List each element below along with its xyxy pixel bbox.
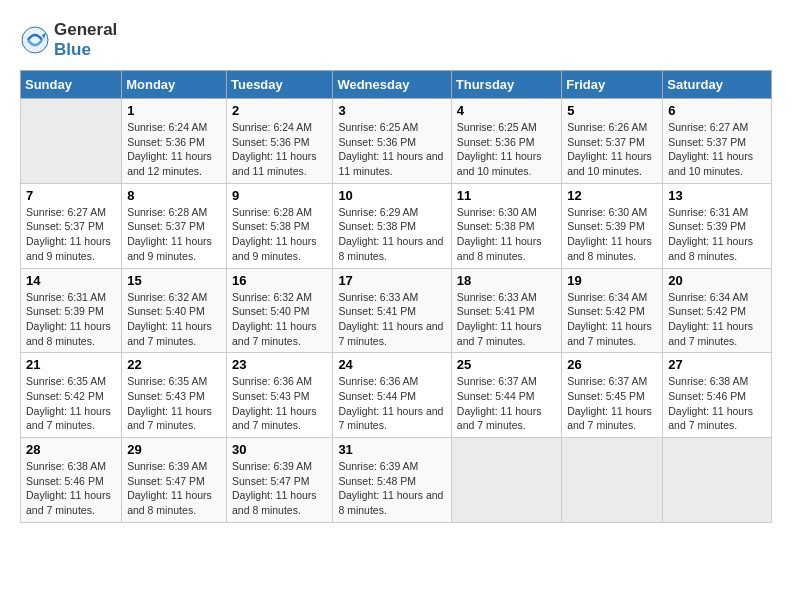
day-info: Sunrise: 6:38 AMSunset: 5:46 PMDaylight:… (668, 374, 766, 433)
page-header: General Blue (20, 20, 772, 60)
day-number: 12 (567, 188, 657, 203)
day-info: Sunrise: 6:31 AMSunset: 5:39 PMDaylight:… (26, 290, 116, 349)
calendar-week-row: 28Sunrise: 6:38 AMSunset: 5:46 PMDayligh… (21, 438, 772, 523)
day-number: 15 (127, 273, 221, 288)
calendar-cell: 16Sunrise: 6:32 AMSunset: 5:40 PMDayligh… (226, 268, 332, 353)
calendar-cell: 19Sunrise: 6:34 AMSunset: 5:42 PMDayligh… (562, 268, 663, 353)
day-number: 26 (567, 357, 657, 372)
calendar-cell: 26Sunrise: 6:37 AMSunset: 5:45 PMDayligh… (562, 353, 663, 438)
day-info: Sunrise: 6:36 AMSunset: 5:43 PMDaylight:… (232, 374, 327, 433)
calendar-cell: 1Sunrise: 6:24 AMSunset: 5:36 PMDaylight… (122, 99, 227, 184)
header-saturday: Saturday (663, 71, 772, 99)
day-info: Sunrise: 6:30 AMSunset: 5:39 PMDaylight:… (567, 205, 657, 264)
day-number: 21 (26, 357, 116, 372)
calendar-cell: 10Sunrise: 6:29 AMSunset: 5:38 PMDayligh… (333, 183, 451, 268)
day-info: Sunrise: 6:39 AMSunset: 5:47 PMDaylight:… (232, 459, 327, 518)
logo: General Blue (20, 20, 117, 60)
calendar-week-row: 1Sunrise: 6:24 AMSunset: 5:36 PMDaylight… (21, 99, 772, 184)
day-number: 3 (338, 103, 445, 118)
header-monday: Monday (122, 71, 227, 99)
day-info: Sunrise: 6:27 AMSunset: 5:37 PMDaylight:… (26, 205, 116, 264)
header-friday: Friday (562, 71, 663, 99)
day-info: Sunrise: 6:28 AMSunset: 5:37 PMDaylight:… (127, 205, 221, 264)
calendar-cell (663, 438, 772, 523)
day-number: 22 (127, 357, 221, 372)
calendar-cell: 24Sunrise: 6:36 AMSunset: 5:44 PMDayligh… (333, 353, 451, 438)
calendar-cell: 17Sunrise: 6:33 AMSunset: 5:41 PMDayligh… (333, 268, 451, 353)
day-number: 8 (127, 188, 221, 203)
calendar-cell (21, 99, 122, 184)
day-info: Sunrise: 6:33 AMSunset: 5:41 PMDaylight:… (457, 290, 556, 349)
day-info: Sunrise: 6:32 AMSunset: 5:40 PMDaylight:… (127, 290, 221, 349)
calendar-header-row: SundayMondayTuesdayWednesdayThursdayFrid… (21, 71, 772, 99)
calendar-cell: 22Sunrise: 6:35 AMSunset: 5:43 PMDayligh… (122, 353, 227, 438)
calendar-cell: 9Sunrise: 6:28 AMSunset: 5:38 PMDaylight… (226, 183, 332, 268)
calendar-cell: 30Sunrise: 6:39 AMSunset: 5:47 PMDayligh… (226, 438, 332, 523)
calendar-cell: 7Sunrise: 6:27 AMSunset: 5:37 PMDaylight… (21, 183, 122, 268)
day-number: 2 (232, 103, 327, 118)
calendar-week-row: 21Sunrise: 6:35 AMSunset: 5:42 PMDayligh… (21, 353, 772, 438)
day-info: Sunrise: 6:33 AMSunset: 5:41 PMDaylight:… (338, 290, 445, 349)
day-number: 4 (457, 103, 556, 118)
calendar-cell: 4Sunrise: 6:25 AMSunset: 5:36 PMDaylight… (451, 99, 561, 184)
calendar-week-row: 14Sunrise: 6:31 AMSunset: 5:39 PMDayligh… (21, 268, 772, 353)
calendar-cell: 5Sunrise: 6:26 AMSunset: 5:37 PMDaylight… (562, 99, 663, 184)
calendar-cell: 12Sunrise: 6:30 AMSunset: 5:39 PMDayligh… (562, 183, 663, 268)
day-number: 10 (338, 188, 445, 203)
header-thursday: Thursday (451, 71, 561, 99)
calendar-cell: 27Sunrise: 6:38 AMSunset: 5:46 PMDayligh… (663, 353, 772, 438)
header-tuesday: Tuesday (226, 71, 332, 99)
day-info: Sunrise: 6:29 AMSunset: 5:38 PMDaylight:… (338, 205, 445, 264)
day-number: 16 (232, 273, 327, 288)
day-number: 18 (457, 273, 556, 288)
calendar-cell: 3Sunrise: 6:25 AMSunset: 5:36 PMDaylight… (333, 99, 451, 184)
calendar-table: SundayMondayTuesdayWednesdayThursdayFrid… (20, 70, 772, 523)
calendar-cell (562, 438, 663, 523)
day-info: Sunrise: 6:31 AMSunset: 5:39 PMDaylight:… (668, 205, 766, 264)
svg-point-0 (22, 27, 48, 53)
calendar-week-row: 7Sunrise: 6:27 AMSunset: 5:37 PMDaylight… (21, 183, 772, 268)
day-number: 30 (232, 442, 327, 457)
day-info: Sunrise: 6:37 AMSunset: 5:45 PMDaylight:… (567, 374, 657, 433)
header-sunday: Sunday (21, 71, 122, 99)
day-info: Sunrise: 6:36 AMSunset: 5:44 PMDaylight:… (338, 374, 445, 433)
day-number: 24 (338, 357, 445, 372)
day-number: 14 (26, 273, 116, 288)
day-info: Sunrise: 6:26 AMSunset: 5:37 PMDaylight:… (567, 120, 657, 179)
day-number: 5 (567, 103, 657, 118)
day-info: Sunrise: 6:24 AMSunset: 5:36 PMDaylight:… (127, 120, 221, 179)
calendar-cell: 6Sunrise: 6:27 AMSunset: 5:37 PMDaylight… (663, 99, 772, 184)
day-number: 31 (338, 442, 445, 457)
calendar-cell: 18Sunrise: 6:33 AMSunset: 5:41 PMDayligh… (451, 268, 561, 353)
calendar-cell: 20Sunrise: 6:34 AMSunset: 5:42 PMDayligh… (663, 268, 772, 353)
calendar-cell: 15Sunrise: 6:32 AMSunset: 5:40 PMDayligh… (122, 268, 227, 353)
day-number: 25 (457, 357, 556, 372)
logo-general-text: General (54, 20, 117, 40)
logo-icon (20, 25, 50, 55)
day-info: Sunrise: 6:39 AMSunset: 5:48 PMDaylight:… (338, 459, 445, 518)
day-number: 13 (668, 188, 766, 203)
calendar-cell: 25Sunrise: 6:37 AMSunset: 5:44 PMDayligh… (451, 353, 561, 438)
day-info: Sunrise: 6:27 AMSunset: 5:37 PMDaylight:… (668, 120, 766, 179)
day-info: Sunrise: 6:32 AMSunset: 5:40 PMDaylight:… (232, 290, 327, 349)
header-wednesday: Wednesday (333, 71, 451, 99)
day-info: Sunrise: 6:39 AMSunset: 5:47 PMDaylight:… (127, 459, 221, 518)
day-number: 6 (668, 103, 766, 118)
day-info: Sunrise: 6:35 AMSunset: 5:43 PMDaylight:… (127, 374, 221, 433)
day-info: Sunrise: 6:30 AMSunset: 5:38 PMDaylight:… (457, 205, 556, 264)
day-info: Sunrise: 6:34 AMSunset: 5:42 PMDaylight:… (567, 290, 657, 349)
calendar-cell: 13Sunrise: 6:31 AMSunset: 5:39 PMDayligh… (663, 183, 772, 268)
calendar-cell: 14Sunrise: 6:31 AMSunset: 5:39 PMDayligh… (21, 268, 122, 353)
calendar-cell: 21Sunrise: 6:35 AMSunset: 5:42 PMDayligh… (21, 353, 122, 438)
calendar-cell: 28Sunrise: 6:38 AMSunset: 5:46 PMDayligh… (21, 438, 122, 523)
day-number: 27 (668, 357, 766, 372)
calendar-cell: 2Sunrise: 6:24 AMSunset: 5:36 PMDaylight… (226, 99, 332, 184)
calendar-cell: 31Sunrise: 6:39 AMSunset: 5:48 PMDayligh… (333, 438, 451, 523)
calendar-cell: 8Sunrise: 6:28 AMSunset: 5:37 PMDaylight… (122, 183, 227, 268)
calendar-cell (451, 438, 561, 523)
day-number: 19 (567, 273, 657, 288)
day-info: Sunrise: 6:24 AMSunset: 5:36 PMDaylight:… (232, 120, 327, 179)
day-info: Sunrise: 6:25 AMSunset: 5:36 PMDaylight:… (338, 120, 445, 179)
calendar-cell: 23Sunrise: 6:36 AMSunset: 5:43 PMDayligh… (226, 353, 332, 438)
day-number: 29 (127, 442, 221, 457)
